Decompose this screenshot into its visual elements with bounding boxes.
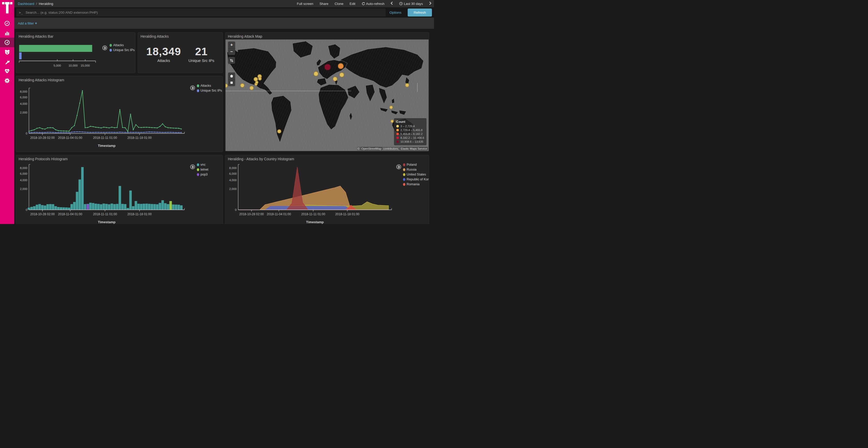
attack-bubble[interactable] xyxy=(277,129,281,133)
legend-label[interactable]: vnc xyxy=(200,163,206,167)
legend-toggle-chevron-icon[interactable] xyxy=(190,164,195,169)
time-range-button[interactable]: Last 30 days xyxy=(399,2,423,6)
attack-bubble[interactable] xyxy=(405,83,409,87)
svg-text:2018-10-28 02:00: 2018-10-28 02:00 xyxy=(239,212,264,216)
sidebar-item-discover[interactable] xyxy=(0,19,14,28)
draw-tools-group xyxy=(228,72,235,86)
sidebar-item-tpot[interactable] xyxy=(0,47,14,57)
menu-item-edit[interactable]: Edit xyxy=(349,2,355,6)
options-link[interactable]: Options xyxy=(389,10,401,14)
svg-text:8,000: 8,000 xyxy=(20,167,27,170)
sidebar-item-monitoring[interactable] xyxy=(0,66,14,76)
topbar: Dashboard / Heralding Full screenShareCl… xyxy=(14,0,434,7)
panel-attack-map: Heralding Attack Map xyxy=(225,32,429,151)
graticule-line xyxy=(225,91,351,91)
add-filter-link[interactable]: Add a filter+ xyxy=(18,21,37,25)
svg-text:4,000: 4,000 xyxy=(229,179,237,182)
legend-label[interactable]: Poland xyxy=(407,163,417,167)
panel-protocols-histogram: Heralding Protocols Histogram 02,0004,00… xyxy=(16,155,223,224)
legend-item: telnet xyxy=(197,168,209,171)
map-legend-item: 2,729.4 – 5,455.8 xyxy=(396,129,424,132)
compass-icon xyxy=(4,21,10,26)
legend-label[interactable]: Republic of Korea xyxy=(407,177,429,181)
legend-label[interactable]: United States xyxy=(407,173,426,176)
crop-icon[interactable] xyxy=(228,57,235,64)
search-input[interactable] xyxy=(26,10,383,14)
sidebar-item-dev-tools[interactable] xyxy=(0,57,14,66)
zoom-in-button[interactable]: + xyxy=(228,41,235,48)
legend-label[interactable]: Attacks xyxy=(113,43,124,47)
sidebar-item-management[interactable] xyxy=(0,76,14,85)
sidebar-item-dashboard[interactable] xyxy=(0,38,14,47)
legend-label[interactable]: Unique Src IPs xyxy=(200,89,222,92)
search-row: >_ Options Refresh xyxy=(14,7,434,18)
panel-title: Heralding Attacks Histogram xyxy=(16,76,223,82)
auto-refresh-button[interactable]: Auto-refresh xyxy=(362,2,385,6)
attacks-bar-chart[interactable]: 5,00010,00015,000 xyxy=(18,41,101,73)
svg-text:2,000: 2,000 xyxy=(229,187,237,191)
sidebar-item-visualize[interactable] xyxy=(0,28,14,38)
legend-toggle-chevron-icon[interactable] xyxy=(102,45,107,50)
legend-color-dot xyxy=(197,84,199,87)
map-count-legend: Count 3 – 2,729.42,729.4 – 5,455.85,455.… xyxy=(394,118,427,145)
legend-item: Romania xyxy=(403,182,429,186)
metric-value: 18,349 xyxy=(146,45,181,58)
sidebar-nav xyxy=(0,19,14,85)
refresh-button[interactable]: Refresh xyxy=(408,8,432,16)
attack-bubble[interactable] xyxy=(254,77,258,81)
openstreetmap-link[interactable]: OpenStreetMap xyxy=(361,147,382,150)
attack-bubble[interactable] xyxy=(390,120,394,123)
time-forward-button[interactable] xyxy=(429,2,431,6)
gauge-icon xyxy=(4,39,10,45)
breadcrumb-dashboard-link[interactable]: Dashboard xyxy=(18,2,34,6)
legend-label[interactable]: pop3 xyxy=(200,173,208,176)
svg-text:2018-10-28 02:00: 2018-10-28 02:00 xyxy=(30,212,55,216)
attack-bubble[interactable] xyxy=(338,63,344,69)
svg-text:2018-11-11 01:00: 2018-11-11 01:00 xyxy=(93,136,117,140)
legend-item: Attacks xyxy=(110,43,134,47)
legend-label[interactable]: Romania xyxy=(407,182,420,186)
metric-label: Attacks xyxy=(146,58,181,63)
map-legend-title: Count xyxy=(396,120,424,124)
map-legend-item: 10,908.6 – 13,635 xyxy=(396,140,424,143)
svg-text:5,000: 5,000 xyxy=(54,64,61,67)
legend-toggle-chevron-icon[interactable] xyxy=(190,85,195,90)
metric-label: Unique Src IPs xyxy=(189,58,214,63)
legend-label[interactable]: Unique Src IPs xyxy=(113,48,134,52)
polygon-draw-icon[interactable] xyxy=(228,72,235,79)
legend-item: Poland xyxy=(403,163,429,167)
svg-text:Timestamp: Timestamp xyxy=(98,220,116,224)
attack-bubble[interactable] xyxy=(313,71,318,76)
zoom-out-button[interactable]: − xyxy=(228,48,235,55)
legend-label[interactable]: Attacks xyxy=(200,84,211,88)
attack-bubble[interactable] xyxy=(249,86,254,90)
elastic-maps-link[interactable]: Elastic Maps Service xyxy=(400,147,428,150)
legend: AttacksUnique Src IPs xyxy=(110,43,134,52)
country-histogram-chart[interactable]: 02,0004,0006,0008,0002018-10-28 02:00201… xyxy=(226,162,394,224)
attack-bubble[interactable] xyxy=(389,106,393,109)
breadcrumb-current: Heralding xyxy=(39,2,53,6)
legend-toggle-chevron-icon[interactable] xyxy=(396,164,401,169)
menu-item-share[interactable]: Share xyxy=(319,2,329,6)
attack-bubble[interactable] xyxy=(258,77,262,80)
time-back-button[interactable] xyxy=(391,2,393,6)
rectangle-draw-icon[interactable] xyxy=(228,79,235,86)
menu-item-clone[interactable]: Clone xyxy=(335,2,343,6)
telekom-logo[interactable] xyxy=(2,2,12,14)
attack-bubble[interactable] xyxy=(333,77,337,81)
svg-text:Timestamp: Timestamp xyxy=(306,220,324,224)
svg-text:0: 0 xyxy=(235,208,237,211)
menu-item-full-screen[interactable]: Full screen xyxy=(297,2,313,6)
protocols-histogram-chart[interactable]: 02,0004,0006,0008,0002018-10-28 02:00201… xyxy=(17,162,188,224)
metric-row: 18,349 Attacks 21 Unique Src IPs xyxy=(138,38,223,69)
legend-label[interactable]: Russia xyxy=(407,168,416,171)
attack-bubble[interactable] xyxy=(240,83,245,88)
attack-bubble[interactable] xyxy=(339,72,344,77)
attacks-histogram-chart[interactable]: 02,0004,0006,0008,0002018-10-28 02:00201… xyxy=(17,83,188,151)
plus-icon: + xyxy=(35,21,37,25)
attack-bubble[interactable] xyxy=(324,64,331,70)
svg-text:8,000: 8,000 xyxy=(20,90,27,93)
world-map[interactable]: + − xyxy=(225,39,429,151)
legend-label[interactable]: telnet xyxy=(200,168,209,171)
terminal-prompt-icon: >_ xyxy=(19,10,23,14)
